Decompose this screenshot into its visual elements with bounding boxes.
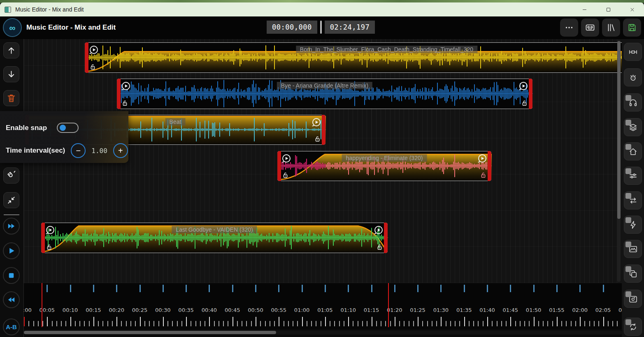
maximize-button[interactable] <box>596 2 620 16</box>
horizontal-scrollbar[interactable] <box>24 330 622 335</box>
clip-left-trim-handle[interactable] <box>85 42 88 73</box>
mixer-tool-button[interactable] <box>624 167 642 185</box>
playhead-marker[interactable] <box>24 317 25 326</box>
vertical-scrollbar[interactable] <box>617 40 621 282</box>
rewind-button[interactable] <box>3 291 20 308</box>
loop-marker-b[interactable] <box>388 283 389 327</box>
clip-title: Bye - Ariana Grande (Altre Remix) <box>277 82 372 89</box>
ruler-tick <box>529 321 530 326</box>
clip-right-trim-handle[interactable] <box>488 151 491 181</box>
minimize-button[interactable] <box>572 2 596 16</box>
clip-right-trim-handle[interactable] <box>529 79 532 109</box>
ruler-label: 00:55 <box>271 307 286 313</box>
move-track-down-button[interactable] <box>3 66 19 82</box>
audio-clip-4[interactable]: happyending - Eliminate (320) <box>277 151 491 181</box>
ai-voice-tool-button[interactable] <box>624 68 642 86</box>
interval-increase-button[interactable]: + <box>113 143 128 158</box>
delete-clip-button[interactable] <box>3 90 19 106</box>
ruler-tick <box>436 321 437 326</box>
enable-snap-toggle[interactable] <box>57 123 79 133</box>
clip-play-icon[interactable] <box>281 153 292 164</box>
ruler-tick <box>284 321 284 326</box>
clip-right-trim-handle[interactable] <box>322 115 325 145</box>
ruler-tick <box>135 321 136 326</box>
snapshot-tool-button[interactable] <box>624 290 642 308</box>
vertical-scrollbar-thumb[interactable] <box>617 41 621 219</box>
recordings-button[interactable] <box>581 19 599 37</box>
clip-play-icon[interactable] <box>45 225 56 235</box>
boost-tool-button[interactable] <box>624 216 642 234</box>
ruler-tick <box>191 321 191 326</box>
duplicate-tool-button[interactable] <box>624 265 642 283</box>
swap-tool-button[interactable] <box>624 191 642 209</box>
ruler-tick <box>200 321 201 326</box>
library-button[interactable] <box>602 19 620 37</box>
clip-play-icon[interactable] <box>373 225 384 235</box>
ruler-tick <box>524 321 525 326</box>
ruler-tick <box>52 321 53 326</box>
clip-left-trim-handle[interactable] <box>41 223 45 253</box>
interval-value: 1.00 <box>91 147 107 155</box>
ruler-tick <box>348 317 349 326</box>
fast-forward-button[interactable] <box>3 218 20 235</box>
ruler-tick <box>381 321 381 326</box>
ruler-tick <box>56 321 57 326</box>
loop-marker-a[interactable] <box>42 283 42 327</box>
layers-tool-button[interactable] <box>624 118 642 136</box>
collapse-tracks-button[interactable] <box>3 192 19 208</box>
clip-play-icon[interactable] <box>477 153 488 164</box>
home-tool-button[interactable] <box>624 142 642 160</box>
clip-play-icon[interactable] <box>121 81 131 91</box>
ab-loop-button[interactable]: A-B <box>3 318 20 335</box>
interval-decrease-button[interactable]: − <box>71 143 86 158</box>
clip-lock-icon[interactable] <box>376 243 384 251</box>
waveform-image-tool-button[interactable] <box>624 240 642 258</box>
audio-clip-1[interactable]: Born_In_The_Slumber_Flora_Cash_Death_Str… <box>85 42 622 73</box>
snap-settings-button[interactable] <box>3 167 19 184</box>
clip-lock-icon[interactable] <box>45 243 53 251</box>
clip-play-icon[interactable] <box>518 81 529 91</box>
ruler-label: 00:00 <box>24 307 32 313</box>
audio-clip-5[interactable]: Last Goodbye - VAIDEN (320) <box>41 223 388 253</box>
tool-badge <box>625 319 631 325</box>
clip-lock-icon[interactable] <box>521 99 528 107</box>
left-toolbar: A-B <box>0 39 23 337</box>
close-button[interactable] <box>620 2 644 16</box>
preview-headphones-tool-button[interactable] <box>624 93 642 112</box>
snap-tick <box>302 285 303 292</box>
clip-lock-icon[interactable] <box>479 171 487 179</box>
ruler-tick <box>547 321 548 326</box>
clip-lock-icon[interactable] <box>281 171 289 179</box>
time-ruler[interactable]: 00:0000:0500:1000:1500:2000:2500:3000:35… <box>24 283 622 329</box>
ruler-tick <box>362 321 363 326</box>
snap-tick <box>348 285 349 292</box>
snap-tick <box>255 285 256 292</box>
clip-right-trim-handle[interactable] <box>384 223 388 253</box>
ruler-label: 01:00 <box>294 307 309 313</box>
ruler-tick <box>413 321 414 326</box>
sync-tool-button[interactable] <box>624 318 642 336</box>
play-button[interactable] <box>3 242 20 259</box>
snap-tick <box>232 285 233 292</box>
ruler-tick <box>409 321 409 326</box>
save-button[interactable] <box>623 19 641 37</box>
ruler-tick <box>93 317 94 326</box>
clip-lock-icon[interactable] <box>314 135 321 143</box>
clip-lock-icon[interactable] <box>121 99 129 107</box>
toolbar-divider <box>4 214 19 215</box>
audio-clip-2[interactable]: Bye - Ariana Grande (Altre Remix) <box>117 79 532 109</box>
trim-tool-button[interactable] <box>624 43 642 61</box>
clip-lock-icon[interactable] <box>89 63 97 71</box>
stop-button[interactable] <box>3 267 20 284</box>
clip-play-icon[interactable] <box>88 44 99 55</box>
horizontal-scrollbar-thumb[interactable] <box>24 331 276 334</box>
snap-tick <box>209 285 210 292</box>
move-track-up-button[interactable] <box>3 42 19 58</box>
ruler-label: 01:15 <box>364 307 379 313</box>
app-window-icon <box>5 7 11 13</box>
clip-play-icon[interactable] <box>311 117 322 128</box>
clip-left-trim-handle[interactable] <box>117 79 121 109</box>
clip-left-trim-handle[interactable] <box>277 151 281 181</box>
more-options-button[interactable] <box>560 19 578 37</box>
ruler-tick <box>274 321 275 326</box>
